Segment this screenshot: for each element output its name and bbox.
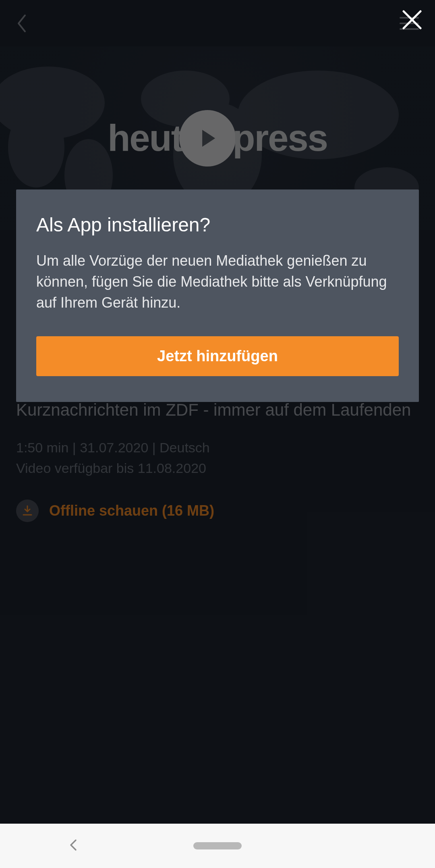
system-back-button[interactable] [68, 839, 78, 853]
close-icon [401, 9, 423, 31]
modal-scrim[interactable] [0, 0, 435, 868]
close-button[interactable] [401, 9, 423, 32]
chevron-left-icon [68, 839, 78, 851]
dialog-body: Um alle Vorzüge der neuen Mediathek geni… [36, 250, 399, 314]
install-app-dialog: Als App installieren? Um alle Vorzüge de… [16, 189, 419, 402]
add-now-button[interactable]: Jetzt hinzufügen [36, 336, 399, 376]
system-home-pill[interactable] [193, 842, 242, 849]
dialog-title: Als App installieren? [36, 214, 399, 236]
system-navigation-bar [0, 824, 435, 868]
